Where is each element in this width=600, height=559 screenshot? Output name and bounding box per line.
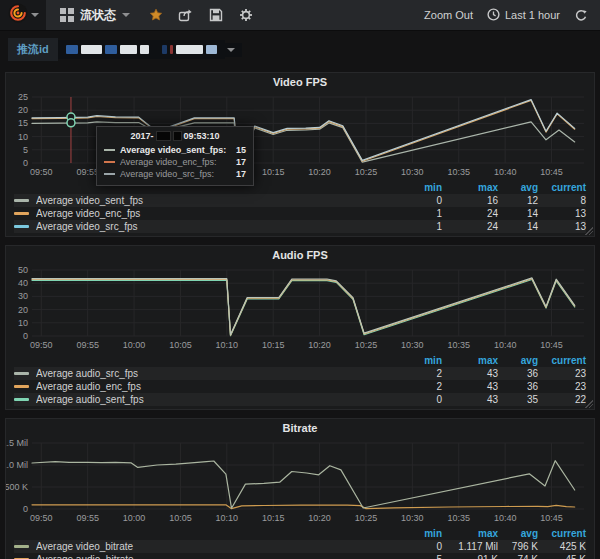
legend-series-label[interactable]: Average audio_sent_fps xyxy=(36,394,408,405)
chart-canvas: 09:5009:5510:0010:0510:1010:1510:2010:25… xyxy=(6,266,590,354)
hover-point-marker xyxy=(67,119,75,127)
dashboard-grid-icon xyxy=(60,8,74,22)
tooltip-timestamp: 2017-09:53:10 xyxy=(104,131,246,141)
svg-text:09:50: 09:50 xyxy=(30,513,53,523)
legend-column-header-min[interactable]: min xyxy=(408,355,442,366)
series-color-dash-icon xyxy=(104,161,115,163)
svg-text:10:20: 10:20 xyxy=(308,340,331,350)
legend-column-header-max[interactable]: max xyxy=(442,528,498,539)
svg-text:10: 10 xyxy=(18,318,28,328)
series-color-swatch-icon[interactable] xyxy=(14,199,29,202)
refresh-button[interactable] xyxy=(574,9,588,22)
panel-title[interactable]: Video FPS xyxy=(6,73,594,93)
legend-series-label[interactable]: Average video_bitrate xyxy=(36,541,408,552)
svg-text:25: 25 xyxy=(18,93,28,102)
legend-stat-value: 0 xyxy=(408,394,442,405)
legend-row: Average audio_src_fps2433623 xyxy=(14,367,586,380)
time-range-picker[interactable]: Last 1 hour xyxy=(487,8,560,23)
svg-text:10:15: 10:15 xyxy=(262,167,285,177)
series-line xyxy=(32,280,575,336)
svg-text:10: 10 xyxy=(18,132,28,142)
video-fps-chart[interactable]: 09:5009:5510:0010:0510:1010:1510:2010:25… xyxy=(6,93,594,181)
legend-row: Average video_sent_fps016128 xyxy=(14,194,586,207)
bitrate-chart[interactable]: 09:5009:5510:0010:0510:1010:1510:2010:25… xyxy=(6,439,594,527)
tooltip-series-label: Average video_src_fps: xyxy=(120,169,214,179)
legend-stat-value: 1 xyxy=(408,221,442,232)
legend-column-header-min[interactable]: min xyxy=(408,182,442,193)
tooltip-series-value: 17 xyxy=(236,157,246,167)
series-color-swatch-icon[interactable] xyxy=(14,398,29,401)
star-icon[interactable] xyxy=(148,8,163,23)
svg-text:40: 40 xyxy=(18,278,28,288)
legend-column-header-avg[interactable]: avg xyxy=(498,355,538,366)
gear-icon[interactable] xyxy=(238,8,253,23)
panel-title[interactable]: Bitrate xyxy=(6,419,594,439)
legend-series-label[interactable]: Average audio_bitrate xyxy=(36,554,408,559)
legend-column-header-current[interactable]: current xyxy=(538,182,586,193)
legend-column-header-avg[interactable]: avg xyxy=(498,528,538,539)
variable-value-dropdown[interactable] xyxy=(58,40,225,59)
legend-stat-value: 0 xyxy=(408,195,442,206)
panel-title[interactable]: Audio FPS xyxy=(6,246,594,266)
tooltip-series-row: Average video_sent_fps:15 xyxy=(104,144,246,156)
legend-row: Average audio_bitrate591 K74 K45 K xyxy=(14,553,586,559)
chevron-down-icon xyxy=(122,13,130,17)
panel-bitrate: Bitrate 09:5009:5510:0010:0510:1010:1510… xyxy=(5,418,595,559)
svg-text:10:35: 10:35 xyxy=(447,340,470,350)
legend-column-header-max[interactable]: max xyxy=(442,355,498,366)
legend-series-label[interactable]: Average audio_src_fps xyxy=(36,368,408,379)
svg-text:10:45: 10:45 xyxy=(540,340,563,350)
zoom-out-button[interactable]: Zoom Out xyxy=(424,9,473,21)
chevron-down-icon xyxy=(227,48,235,52)
audio-fps-chart[interactable]: 09:5009:5510:0010:0510:1010:1510:2010:25… xyxy=(6,266,594,354)
svg-text:10:35: 10:35 xyxy=(447,167,470,177)
redacted-segment xyxy=(140,45,149,54)
save-icon[interactable] xyxy=(208,8,223,23)
top-navbar: 流状态 xyxy=(0,0,600,31)
legend-series-label[interactable]: Average video_enc_fps xyxy=(36,208,408,219)
tooltip-series-row: Average video_enc_fps:17 xyxy=(104,156,246,168)
legend-stat-value: 43 xyxy=(442,381,498,392)
legend-column-header-avg[interactable]: avg xyxy=(498,182,538,193)
series-color-swatch-icon[interactable] xyxy=(14,212,29,215)
legend-stat-value: 1 xyxy=(408,208,442,219)
series-color-swatch-icon[interactable] xyxy=(14,372,29,375)
legend-column-header-min[interactable]: min xyxy=(408,528,442,539)
legend-column-header-current[interactable]: current xyxy=(538,528,586,539)
redacted-segment xyxy=(81,45,102,54)
audio-fps-legend: minmaxavgcurrentAverage audio_src_fps243… xyxy=(6,354,594,409)
legend-stat-value: 2 xyxy=(408,368,442,379)
svg-text:10:10: 10:10 xyxy=(216,340,239,350)
svg-text:0: 0 xyxy=(23,331,28,341)
variable-label: 推流id xyxy=(8,38,58,61)
legend-column-header-max[interactable]: max xyxy=(442,182,498,193)
legend-column-header-current[interactable]: current xyxy=(538,355,586,366)
legend-stat-value: 16 xyxy=(442,195,498,206)
legend-stat-value: 1.117 Mil xyxy=(442,541,498,552)
dashboard-toolbar xyxy=(148,8,253,23)
legend-stat-value: 2 xyxy=(408,381,442,392)
chevron-down-icon xyxy=(31,13,39,17)
svg-text:10:20: 10:20 xyxy=(308,513,331,523)
tooltip-series-label: Average video_sent_fps: xyxy=(120,145,226,155)
redacted-segment xyxy=(162,45,167,54)
tooltip-series-row: Average video_src_fps:17 xyxy=(104,168,246,180)
svg-text:50: 50 xyxy=(18,266,28,275)
grafana-menu-button[interactable] xyxy=(0,0,46,30)
series-color-swatch-icon[interactable] xyxy=(14,385,29,388)
svg-text:10:05: 10:05 xyxy=(169,513,192,523)
panel-resize-handle[interactable] xyxy=(585,227,593,235)
series-color-swatch-icon[interactable] xyxy=(14,545,29,548)
svg-text:15: 15 xyxy=(18,118,28,128)
svg-text:10:30: 10:30 xyxy=(401,340,424,350)
redacted-segment xyxy=(206,45,217,54)
grafana-dashboard: 流状态 xyxy=(0,0,600,559)
panel-resize-handle[interactable] xyxy=(585,400,593,408)
legend-series-label[interactable]: Average audio_enc_fps xyxy=(36,381,408,392)
share-icon[interactable] xyxy=(178,8,193,23)
series-color-swatch-icon[interactable] xyxy=(14,225,29,228)
legend-series-label[interactable]: Average video_src_fps xyxy=(36,221,408,232)
variable-dropdown-caret[interactable] xyxy=(225,43,242,57)
dashboard-picker[interactable]: 流状态 xyxy=(46,0,142,30)
legend-series-label[interactable]: Average video_sent_fps xyxy=(36,195,408,206)
